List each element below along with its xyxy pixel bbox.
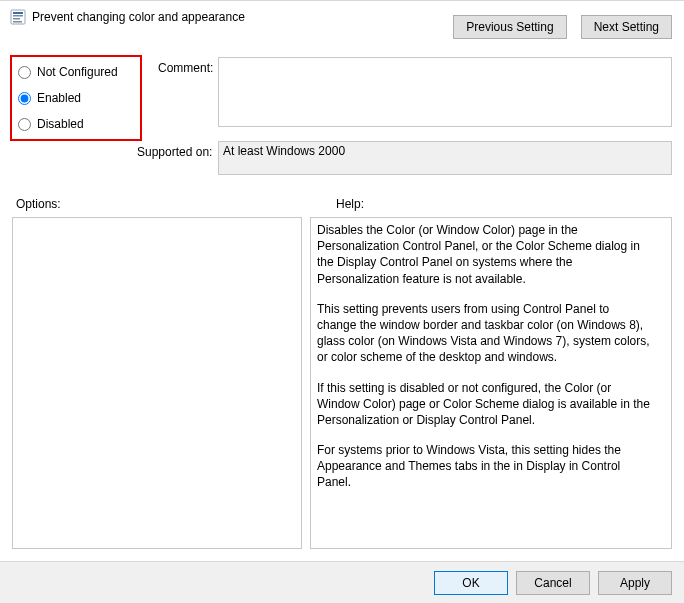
next-setting-button[interactable]: Next Setting [581, 15, 672, 39]
help-paragraph: For systems prior to Windows Vista, this… [317, 442, 651, 491]
previous-setting-button[interactable]: Previous Setting [453, 15, 566, 39]
radio-disabled-input[interactable] [18, 118, 31, 131]
svg-rect-3 [13, 18, 20, 20]
svg-rect-4 [13, 21, 22, 23]
supported-on-text: At least Windows 2000 [223, 144, 345, 158]
radio-enabled[interactable]: Enabled [18, 91, 118, 105]
help-label: Help: [336, 197, 364, 211]
help-paragraph: If this setting is disabled or not confi… [317, 380, 651, 429]
policy-icon [10, 9, 26, 25]
radio-enabled-input[interactable] [18, 92, 31, 105]
options-panel [12, 217, 302, 549]
policy-title: Prevent changing color and appearance [32, 10, 245, 24]
svg-rect-2 [13, 15, 23, 17]
help-paragraph: Disables the Color (or Window Color) pag… [317, 222, 651, 287]
comment-textarea[interactable] [218, 57, 672, 127]
supported-label: Supported on: [137, 145, 212, 159]
radio-not-configured[interactable]: Not Configured [18, 65, 118, 79]
state-radio-group: Not Configured Enabled Disabled [10, 55, 142, 141]
comment-label: Comment: [158, 61, 213, 75]
svg-rect-1 [13, 12, 23, 14]
dialog-footer: OK Cancel Apply [0, 561, 684, 603]
options-label: Options: [16, 197, 61, 211]
radio-disabled[interactable]: Disabled [18, 117, 118, 131]
radio-disabled-label: Disabled [37, 117, 84, 131]
radio-enabled-label: Enabled [37, 91, 81, 105]
help-panel[interactable]: Disables the Color (or Window Color) pag… [310, 217, 672, 549]
radio-not-configured-label: Not Configured [37, 65, 118, 79]
help-paragraph: This setting prevents users from using C… [317, 301, 651, 366]
radio-not-configured-input[interactable] [18, 66, 31, 79]
apply-button[interactable]: Apply [598, 571, 672, 595]
supported-on-box: At least Windows 2000 [218, 141, 672, 175]
ok-button[interactable]: OK [434, 571, 508, 595]
cancel-button[interactable]: Cancel [516, 571, 590, 595]
